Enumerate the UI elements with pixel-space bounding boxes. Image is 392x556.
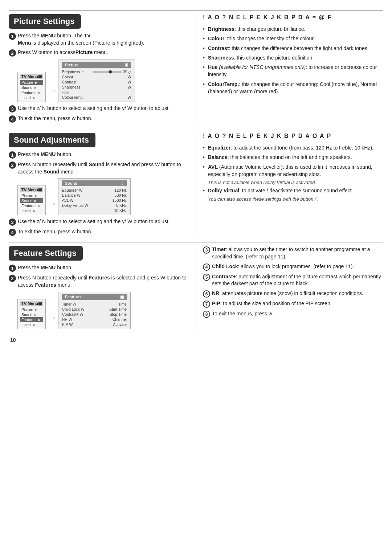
menu-item-sound: Sound ►	[20, 85, 43, 90]
feature-divider	[9, 242, 383, 242]
contrastplus-label: Contrast+ W	[62, 312, 91, 316]
sound-step2: 2 Press N button repeatedly until Sound …	[9, 161, 189, 175]
picture-step1-text: Press the MENU button. The TVMenu is dis…	[18, 32, 144, 46]
feature-step6-text: NR: attenuates picture noise (snow) in d…	[212, 290, 363, 297]
balance-row: Balance W 500 Hz	[62, 193, 127, 198]
dolby-row: Dolby Virtual W 5 KHz	[62, 203, 127, 208]
dolby-note: You can also access these settings with …	[208, 196, 383, 202]
feature-step-outline-4: 4	[203, 263, 210, 271]
feature-step1-text: Press the MENU button.	[18, 264, 73, 271]
equalizer-label: Equalizer W	[62, 188, 91, 192]
feature-step4-text: Child Lock: allows you to lock programme…	[212, 263, 354, 270]
balance-label: Balance W	[62, 193, 91, 197]
sound-bullet-balance: Balance: this balances the sound on the …	[203, 152, 383, 162]
sound-step-num-2: 2	[9, 162, 16, 169]
sound-adjustments-section: Sound Adjustments 1 Press the MENU butto…	[9, 133, 383, 238]
sound-step-num-1: 1	[9, 151, 16, 159]
sound-adjustments-left: Sound Adjustments 1 Press the MENU butto…	[9, 133, 196, 238]
feature-step8-text: To exit the menus, press w .	[212, 310, 275, 318]
feature-right-step8: 8 To exit the menus, press w .	[203, 310, 383, 318]
dolby-label: Dolby Virtual W	[62, 203, 91, 208]
menu-item-features: Features ►	[20, 90, 43, 95]
feature-step5-text: Contrast+: automatic adjustment of the p…	[212, 273, 383, 287]
sound-menu-item-install: Install ►	[20, 208, 43, 213]
picture-bullet-colourtemp: ColourTemp.: this changes the colour ren…	[203, 79, 383, 97]
equalizer-row: Equalizer W 120 Hz	[62, 188, 127, 193]
sound-step2-text: Press N button repeatedly until Sound is…	[18, 161, 189, 175]
avl-label: AVL W	[62, 198, 91, 203]
nr-row: NR W Channel	[62, 317, 127, 322]
hue-label: Hue	[62, 90, 91, 94]
slider-handle	[109, 70, 112, 74]
colourtemp-value: W	[128, 95, 131, 99]
brightness-label: Brightness ☺	[62, 70, 91, 74]
feature-menu-item-features: Features ►	[20, 317, 43, 322]
picture-bullet-sharpness: Sharpness: this changes the picture defi…	[203, 53, 383, 62]
sound-bullet-equalizer: Equalizer: to adjust the sound tone (fro…	[203, 143, 383, 152]
contrastplus-value: Stop Time	[110, 312, 127, 316]
feature-tv-menu-sidebar: TV Menu ▣ Picture ► Sound ► Features ► I…	[17, 299, 46, 329]
contrast-label: Contrast	[62, 80, 91, 84]
sound-menu-item-picture: Picture ►	[20, 193, 43, 198]
feature-tv-screen: Features ▣ Timer W Time Child Lock W Sta…	[58, 292, 131, 329]
sound-adjustments-header: Sound Adjustments	[9, 133, 95, 147]
picture-bullet-list: Brightness: this changes picture brillia…	[203, 24, 383, 96]
timer-row: Timer W Time	[62, 302, 127, 307]
timer-label: Timer W	[62, 302, 91, 306]
sound-step3-text: Use the z/ N button to select a setting …	[18, 218, 170, 225]
sound-step1-text: Press the MENU button.	[18, 151, 73, 158]
picture-step3: 3 Use the z/ N button to select a settin…	[9, 105, 189, 113]
picture-step4: 4 To exit the menu, press w button.	[9, 115, 189, 123]
picture-settings-right: ! A O ? N E L P E K J K B P D A = @ F Br…	[196, 14, 383, 125]
sound-bullet-dolby: Dolby Virtual: to activate / deactivate …	[203, 186, 383, 195]
page-wrapper: Picture Settings 1 Press the MENU button…	[9, 7, 383, 343]
sound-row5-value: 10 KHz	[114, 208, 126, 213]
picture-settings-header: Picture Settings	[9, 14, 81, 29]
feature-right-step6: 6 NR: attenuates picture noise (snow) in…	[203, 290, 383, 298]
sound-bullet-list: Equalizer: to adjust the sound tone (fro…	[203, 143, 383, 179]
step-num-4: 4	[9, 115, 16, 123]
step-num-3: 3	[9, 105, 16, 113]
feature-menu-item-sound: Sound ►	[20, 312, 43, 317]
sound-right-title: ! A O ? N E L P E K J K B P D A O A P	[203, 133, 383, 139]
picture-right-title: ! A O ? N E L P E K J K B P D A = @ F	[203, 14, 383, 21]
menu-item-install: Install ►	[20, 95, 43, 100]
step-num-1: 1	[9, 33, 16, 40]
sound-adjustments-right: ! A O ? N E L P E K J K B P D A O A P Eq…	[196, 133, 383, 238]
sound-step4-text: To exit the menu, press w button.	[18, 228, 92, 236]
feature-settings-header: Feature Settings	[9, 246, 83, 261]
feature-step-outline-5: 5	[203, 274, 210, 281]
contrast-row: Contrast W	[62, 79, 131, 85]
feature-menu-item-picture: Picture ►	[20, 307, 43, 312]
avl-note: This is not available when Dolby Virtual…	[208, 180, 383, 185]
feature-step-outline-8: 8	[203, 311, 210, 318]
sharpness-label: Sharpness	[62, 85, 91, 89]
sound-step3: 3 Use the z/ N button to select a settin…	[9, 218, 189, 226]
sound-tv-menu-container: TV Menu ▣ Picture ► Sound ► Features ► I…	[17, 178, 189, 215]
sound-step1: 1 Press the MENU button.	[9, 151, 189, 159]
feature-arrow-right-icon: →	[49, 313, 57, 323]
feature-step7-text: PIP: to adjust the size and position of …	[212, 300, 332, 307]
sharpness-row: Sharpness W	[62, 85, 131, 90]
contrastplus-row: Contrast+ W Stop Time	[62, 312, 127, 317]
page-number: 10	[9, 337, 383, 343]
picture-tv-screen: Picture ▣ Brightness ☺ 39 ◇ Colour W Con…	[58, 60, 135, 102]
sound-menu-item-features: Features ►	[20, 203, 43, 208]
pip-row: PIP W Activate	[62, 322, 127, 327]
equalizer-value: 120 Hz	[115, 188, 127, 192]
feature-tv-menu-container: TV Menu ▣ Picture ► Sound ► Features ► I…	[17, 292, 189, 329]
colour-label: Colour	[62, 75, 91, 79]
feature-step-outline-6: 6	[203, 290, 210, 298]
colour-row: Colour W	[62, 74, 131, 79]
avl-value: 1500 Hz	[113, 198, 127, 203]
nr-value: Channel	[113, 317, 127, 322]
picture-step2: 2 Press W button to accessPicture menu.	[9, 49, 189, 57]
picture-bullet-colour: Colour: this changes the intensity of th…	[203, 34, 383, 43]
sound-step-num-4: 4	[9, 229, 16, 236]
childlock-row: Child Lock W Start Time	[62, 307, 127, 312]
picture-bullet-contrast: Contrast: this changes the difference be…	[203, 44, 383, 53]
sound-bullet-list2: Dolby Virtual: to activate / deactivate …	[203, 186, 383, 195]
brightness-row: Brightness ☺ 39 ◇	[62, 69, 131, 74]
feature-settings-section: Feature Settings 1 Press the MENU button…	[9, 246, 383, 332]
feature-right-step5: 5 Contrast+: automatic adjustment of the…	[203, 273, 383, 287]
